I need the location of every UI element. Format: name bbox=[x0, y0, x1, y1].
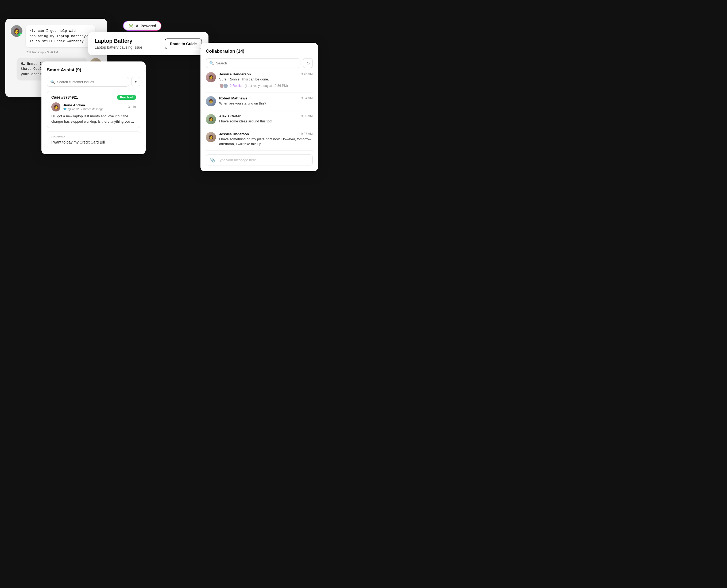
smart-assist-title: Smart Assist (9) bbox=[47, 67, 140, 73]
refresh-button[interactable]: ↻ bbox=[303, 58, 313, 68]
resolved-badge: Resolved bbox=[117, 95, 136, 100]
collab-search-bar[interactable]: 🔍 bbox=[206, 58, 300, 68]
collab-search-icon: 🔍 bbox=[209, 61, 214, 65]
collab-avatar-3: 👩 bbox=[206, 114, 216, 124]
collab-message-2: 👨 Robert Matthews 9:34 AM When are you s… bbox=[206, 96, 313, 110]
collab-name-4: Jessica Hnderson bbox=[219, 132, 249, 136]
replies-link[interactable]: 2 Replies bbox=[230, 84, 243, 88]
collab-text-4: I have something on my plate right now. … bbox=[219, 137, 313, 146]
laptop-card-subtitle: Laptop battery causing issue bbox=[95, 45, 160, 49]
search-row: 🔍 ▼ bbox=[47, 77, 140, 87]
case-user-handle: 🐦 @jioan23 • Direct Message bbox=[63, 107, 124, 111]
message-input-row[interactable]: 📎 Type your message here bbox=[206, 154, 313, 165]
user-avatar-1: 👩 ✓ bbox=[11, 25, 22, 37]
collab-text-3: I have some ideas around this too! bbox=[219, 119, 313, 124]
filter-button[interactable]: ▼ bbox=[131, 77, 140, 86]
reply-avatar-2 bbox=[223, 83, 228, 88]
collab-avatar-4: 👩 bbox=[206, 132, 216, 142]
collab-search-input[interactable] bbox=[216, 61, 297, 65]
hardware-label: Hardware bbox=[51, 135, 136, 139]
collab-name-3: Alexis Carter bbox=[219, 114, 241, 118]
twitter-icon: 🐦 bbox=[63, 107, 67, 111]
collab-search-row: 🔍 ↻ bbox=[206, 58, 313, 68]
collab-time-3: 9:30 AM bbox=[301, 114, 313, 118]
search-input[interactable] bbox=[57, 80, 126, 84]
chat-message-1: 👩 ✓ Hi, can I get help with replacing my… bbox=[11, 25, 102, 47]
attach-icon: 📎 bbox=[210, 158, 215, 163]
ai-powered-badge: ✳️ AI Powered bbox=[123, 21, 162, 31]
search-bar[interactable]: 🔍 bbox=[47, 77, 129, 87]
collab-name-1: Jessica Henderson bbox=[219, 72, 251, 76]
search-icon: 🔍 bbox=[50, 80, 55, 84]
case-user-avatar: 🧑 bbox=[51, 102, 60, 111]
message-placeholder: Type your message here bbox=[218, 158, 309, 162]
hardware-item: Hardware I want to pay my Credit Card Bi… bbox=[47, 131, 140, 148]
laptop-card-title: Laptop Battery bbox=[95, 38, 160, 44]
collab-time-1: 9:45 AM bbox=[301, 72, 313, 76]
collab-name-2: Robert Matthews bbox=[219, 96, 247, 100]
collaboration-title: Collaboration (14) bbox=[206, 49, 313, 54]
collab-text-2: When are you starting on this? bbox=[219, 101, 313, 106]
case-time: 13 min bbox=[126, 105, 136, 109]
case-user-name: Jione Andrea bbox=[63, 103, 124, 107]
smart-assist-card: Smart Assist (9) 🔍 ▼ Case #3784921 Resol… bbox=[41, 61, 146, 154]
hardware-title: I want to pay my Credit Card Bill bbox=[51, 140, 136, 144]
case-message: Hi i got a new laptop last month and lov… bbox=[51, 113, 136, 124]
collaboration-card: Collaboration (14) 🔍 ↻ 👩 Jessica Henders… bbox=[201, 43, 318, 171]
collab-message-4: 👩 Jessica Hnderson 9:27 AM I have someth… bbox=[206, 132, 313, 150]
collab-avatar-2: 👨 bbox=[206, 96, 216, 106]
case-number: Case #3784921 bbox=[51, 95, 78, 100]
replies-meta: (Last reply today at 12:56 PM) bbox=[245, 84, 288, 88]
sparkle-icon: ✳️ bbox=[128, 23, 133, 28]
collab-avatar-1: 👩 bbox=[206, 72, 216, 82]
route-to-guide-button[interactable]: Route to Guide bbox=[165, 39, 202, 49]
collab-text-1: Sure, Ronnie! This can be done. bbox=[219, 77, 313, 82]
collab-time-4: 9:27 AM bbox=[301, 132, 313, 136]
collab-message-1: 👩 Jessica Henderson 9:45 AM Sure, Ronnie… bbox=[206, 72, 313, 92]
message-bubble-1: Hi, can I get help with replacing my lap… bbox=[26, 25, 95, 47]
collab-message-3: 👩 Alexis Carter 9:30 AM I have some idea… bbox=[206, 114, 313, 128]
collab-time-2: 9:34 AM bbox=[301, 96, 313, 100]
laptop-battery-card: Laptop Battery Laptop battery causing is… bbox=[88, 32, 208, 55]
replies-row: 2 Replies (Last reply today at 12:56 PM) bbox=[219, 83, 313, 88]
whatsapp-badge-1: ✓ bbox=[18, 33, 22, 37]
ai-badge-label: AI Powered bbox=[136, 24, 156, 28]
case-item: Case #3784921 Resolved 🧑 Jione Andrea 🐦 … bbox=[47, 91, 140, 128]
